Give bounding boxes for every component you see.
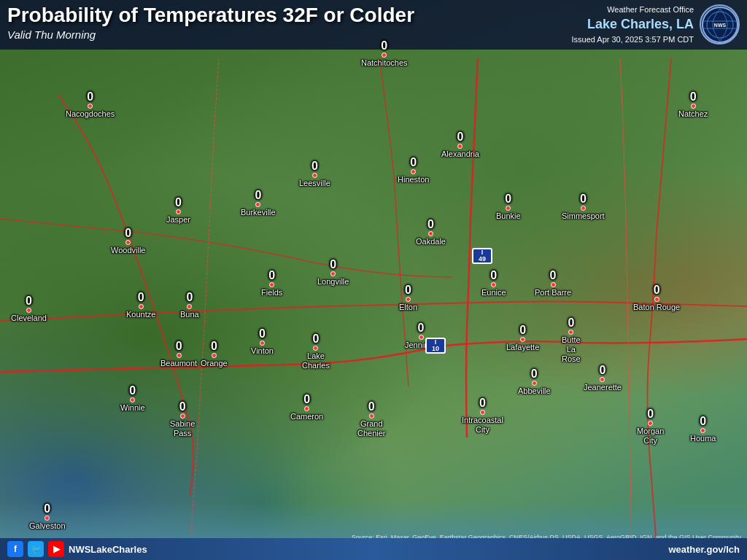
valid-line: Valid Thu Morning	[7, 28, 571, 41]
interstate-label-i49: I 49	[479, 249, 486, 262]
social-handle: NWSLakeCharles	[69, 544, 147, 555]
youtube-icon: ▶	[48, 541, 64, 557]
interstate-i49: I 49	[472, 248, 492, 264]
main-title: Probability of Temperatures 32F or Colde…	[7, 4, 571, 27]
nws-logo: NWS	[700, 4, 740, 44]
title-block: Probability of Temperatures 32F or Colde…	[7, 4, 571, 41]
nws-block: Weather Forecast Office Lake Charles, LA…	[571, 4, 740, 45]
issued-line: Issued Apr 30, 2025 3:57 PM CDT	[571, 34, 694, 45]
social-icons: f 🐦 ▶ NWSLakeCharles	[7, 541, 147, 557]
svg-text:NWS: NWS	[713, 23, 726, 28]
interstate-label-i10: I 10	[432, 339, 439, 352]
facebook-icon: f	[7, 541, 23, 557]
map-background	[0, 0, 747, 560]
map-container: Probability of Temperatures 32F or Colde…	[0, 0, 747, 560]
website-url: weather.gov/lch	[668, 544, 740, 555]
footer: f 🐦 ▶ NWSLakeCharles weather.gov/lch	[0, 538, 747, 560]
twitter-icon: 🐦	[28, 541, 44, 557]
header: Probability of Temperatures 32F or Colde…	[0, 0, 747, 50]
nws-text: Weather Forecast Office Lake Charles, LA…	[571, 4, 694, 45]
office-name: Lake Charles, LA	[571, 15, 694, 34]
wfo-label: Weather Forecast Office	[571, 4, 694, 15]
interstate-i10: I 10	[425, 338, 446, 354]
